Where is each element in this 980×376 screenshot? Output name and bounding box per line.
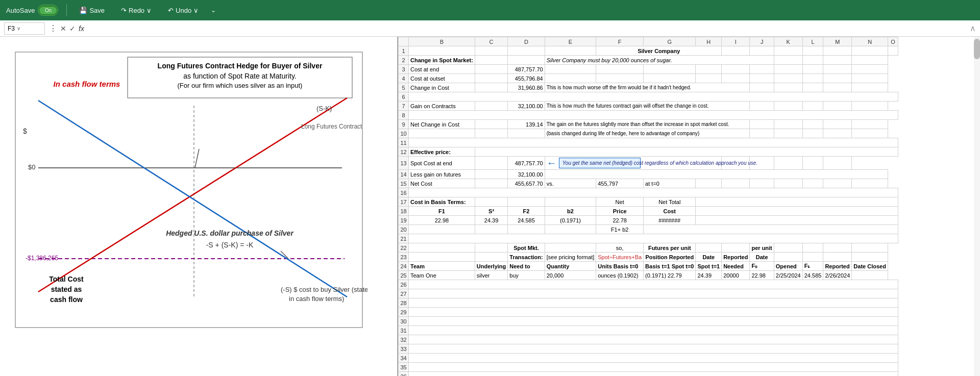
cell-d5[interactable]: 31,960.86 xyxy=(508,83,545,92)
cell-c20[interactable] xyxy=(475,225,507,234)
cell-d15[interactable]: 455,657.70 xyxy=(508,179,545,188)
cell-m15[interactable] xyxy=(823,179,852,188)
cell-j3[interactable] xyxy=(750,65,774,74)
cell-l25[interactable]: 24.585 xyxy=(802,271,823,280)
cell-b14[interactable]: Less gain on futures xyxy=(409,170,475,179)
cell-l15[interactable] xyxy=(802,179,823,188)
cell-f20[interactable]: F1+ b2 xyxy=(596,225,644,234)
cell-m23[interactable] xyxy=(823,253,852,262)
cell-title[interactable]: Silver Company xyxy=(596,46,722,56)
cell-j23[interactable]: Date xyxy=(750,253,774,262)
cell-b1[interactable] xyxy=(409,46,475,56)
cell-reference[interactable]: F3 ∨ xyxy=(4,22,45,35)
cell-c10[interactable] xyxy=(475,129,507,138)
cell-n15[interactable] xyxy=(852,179,888,188)
cell-b15[interactable]: Net Cost xyxy=(409,179,475,188)
scrollbar-thumb[interactable] xyxy=(974,39,980,59)
cell-k23[interactable] xyxy=(774,253,802,262)
cell-d19[interactable]: 24.585 xyxy=(508,216,545,225)
col-header-g[interactable]: G xyxy=(644,37,696,46)
cell-m4[interactable] xyxy=(823,74,852,83)
cell-f15[interactable]: 455,797 xyxy=(596,179,644,188)
col-header-d[interactable]: D xyxy=(508,37,545,46)
cell-m25[interactable]: 2/26/2024 xyxy=(823,271,852,280)
cell-d23[interactable]: Transaction: xyxy=(508,253,545,262)
cell-c18[interactable]: S² xyxy=(475,207,507,216)
cell-i25[interactable]: 20000 xyxy=(722,271,750,280)
cell-i4[interactable] xyxy=(722,74,750,83)
cell-m1[interactable] xyxy=(852,46,888,56)
cell-j7[interactable] xyxy=(750,102,774,111)
cell-h4[interactable] xyxy=(696,74,722,83)
cell-j25[interactable]: 22.98 xyxy=(750,271,774,280)
cell-f17[interactable]: Net xyxy=(596,197,644,207)
col-header-j[interactable]: J xyxy=(750,37,774,46)
cell-j9[interactable] xyxy=(750,120,774,129)
cell-c3[interactable] xyxy=(475,65,507,74)
cell-c23[interactable] xyxy=(475,253,507,262)
cell-l4[interactable] xyxy=(802,74,823,83)
cell-e3[interactable] xyxy=(545,65,596,74)
formula-bar-collapse[interactable]: ∧ xyxy=(970,23,976,33)
cell-c4[interactable] xyxy=(475,74,507,83)
formula-check-icon[interactable]: ✓ xyxy=(69,24,76,33)
cell-l13[interactable] xyxy=(774,157,802,170)
cell-b3[interactable]: Cost at end xyxy=(409,65,475,74)
cell-l24[interactable]: F₁ xyxy=(802,262,823,271)
col-header-o[interactable]: O xyxy=(888,37,898,46)
cell-b22[interactable] xyxy=(409,243,475,253)
cell-c22[interactable] xyxy=(475,243,507,253)
cell-c2[interactable] xyxy=(475,56,507,65)
cell-l22[interactable] xyxy=(802,243,823,253)
cell-b7[interactable]: Gain on Contracts xyxy=(409,102,475,111)
cell-k2[interactable] xyxy=(774,56,802,65)
cell-b20[interactable] xyxy=(409,225,475,234)
cell-b4[interactable]: Cost at outset xyxy=(409,74,475,83)
cell-l2[interactable] xyxy=(802,56,823,65)
cell-f4[interactable] xyxy=(596,74,644,83)
cell-d13[interactable]: 487,757.70 xyxy=(508,157,545,170)
cell-e18[interactable]: b2 xyxy=(545,207,596,216)
cell-e23[interactable]: [see pricing format] xyxy=(545,253,596,262)
col-header-b[interactable]: B xyxy=(409,37,475,46)
cell-j10[interactable] xyxy=(750,129,774,138)
cell-k1[interactable] xyxy=(802,46,823,56)
cell-n3[interactable] xyxy=(852,65,888,74)
cell-c15[interactable] xyxy=(475,179,507,188)
cell-b5[interactable]: Change in Cost xyxy=(409,83,475,92)
cell-l10[interactable] xyxy=(802,129,823,138)
cell-d14[interactable]: 32,100.00 xyxy=(508,170,545,179)
cell-e20[interactable] xyxy=(545,225,596,234)
cell-e22[interactable] xyxy=(545,243,596,253)
cell-f3[interactable] xyxy=(596,65,644,74)
cell-n2[interactable] xyxy=(852,56,888,65)
cell-l3[interactable] xyxy=(802,65,823,74)
cell-f25[interactable]: ounces (0.1902) xyxy=(596,271,644,280)
undo-button[interactable]: ↶ Undo ∨ xyxy=(164,5,203,16)
cell-c5[interactable] xyxy=(475,83,507,92)
cell-k5[interactable] xyxy=(774,83,802,92)
cell-h22[interactable] xyxy=(696,243,722,253)
cell-e25[interactable]: 20,000 xyxy=(545,271,596,280)
cell-c14[interactable] xyxy=(475,170,507,179)
cell-k25[interactable]: 2/25/2024 xyxy=(774,271,802,280)
cell-g15[interactable]: at t=0 xyxy=(644,179,696,188)
cell-c1[interactable] xyxy=(475,46,507,56)
cell-d10[interactable] xyxy=(508,129,545,138)
cell-b23[interactable] xyxy=(409,253,475,262)
cell-k9[interactable] xyxy=(774,120,802,129)
col-header-l[interactable]: L xyxy=(802,37,823,46)
cell-k7[interactable] xyxy=(774,102,802,111)
cell-i23[interactable]: Reported xyxy=(722,253,750,262)
cell-h25[interactable]: 24.39 xyxy=(696,271,722,280)
cell-k24[interactable]: Opened xyxy=(774,262,802,271)
cell-g18[interactable]: Cost xyxy=(644,207,696,216)
cell-c7[interactable] xyxy=(475,102,507,111)
cell-g22[interactable]: Futures per unit xyxy=(644,243,696,253)
cell-e24[interactable]: Quantity xyxy=(545,262,596,271)
cell-e5[interactable]: This is how much worse off the firm woul… xyxy=(545,83,750,92)
cell-c24[interactable]: Underlying xyxy=(475,262,507,271)
cell-h24[interactable]: Spot t=1 xyxy=(696,262,722,271)
cell-h3[interactable] xyxy=(696,65,722,74)
cell-l1[interactable] xyxy=(823,46,852,56)
